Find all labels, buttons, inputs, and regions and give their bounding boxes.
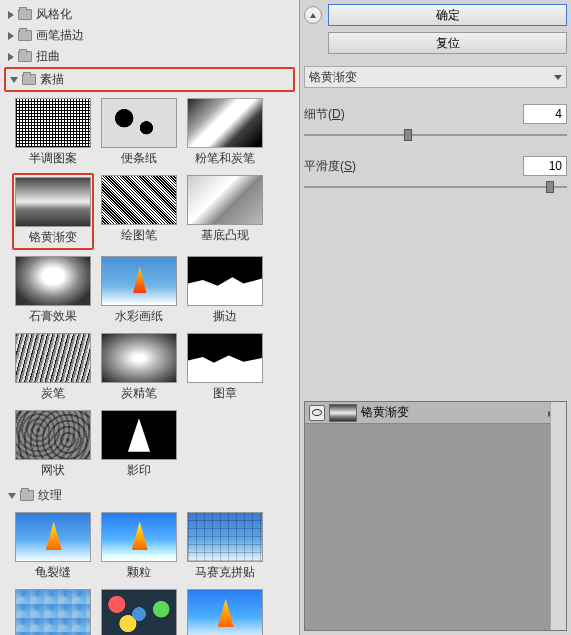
filter-gallery-left: 风格化 画笔描边 扭曲 素描 半调图案 便条纸 粉笔和炭笔 铬黄渐变 绘图笔 基… [0,0,300,635]
thumb-graphic-pen[interactable]: 绘图笔 [98,173,180,250]
smooth-slider[interactable] [304,180,567,194]
thumb-reticulation[interactable]: 网状 [12,408,94,481]
thumb-half-tone[interactable]: 半调图案 [12,96,94,169]
category-label: 画笔描边 [36,27,84,44]
dropdown-value: 铬黄渐变 [309,69,554,86]
thumb-stamp[interactable]: 图章 [184,331,266,404]
smooth-input[interactable] [523,156,567,176]
chevron-down-icon [554,75,562,80]
thumb-photocopy[interactable]: 影印 [98,408,180,481]
filter-settings-panel: 确定 复位 铬黄渐变 细节(D) 平滑度(S) 铬黄渐变 ▸ [300,0,571,635]
thumb-water-paper[interactable]: 水彩画纸 [98,254,180,327]
folder-icon [18,30,32,41]
thumb-bas-relief[interactable]: 基底凸现 [184,173,266,250]
thumb-plaster[interactable]: 石膏效果 [12,254,94,327]
category-label: 风格化 [36,6,72,23]
thumb-patchwork[interactable]: 拼缀图 [12,587,94,635]
expand-icon [8,53,14,61]
category-texture[interactable]: 纹理 [4,485,295,506]
category-label: 素描 [40,71,64,88]
thumb-charcoal[interactable]: 炭笔 [12,331,94,404]
param-detail-row: 细节(D) [304,104,567,124]
smooth-label: 平滑度(S) [304,158,374,175]
detail-input[interactable] [523,104,567,124]
thumb-torn-edges[interactable]: 撕边 [184,254,266,327]
thumb-chalk[interactable]: 粉笔和炭笔 [184,96,266,169]
folder-icon [18,9,32,20]
reset-button[interactable]: 复位 [328,32,567,54]
thumb-note-paper[interactable]: 便条纸 [98,96,180,169]
collapse-panel-button[interactable] [304,6,322,24]
category-distort[interactable]: 扭曲 [4,46,295,67]
thumb-mosaic[interactable]: 马赛克拼贴 [184,510,266,583]
category-label: 扭曲 [36,48,60,65]
folder-icon [18,51,32,62]
thumb-texturizer[interactable]: 纹理化 [184,587,266,635]
effect-layer-row[interactable]: 铬黄渐变 ▸ [305,402,566,424]
collapse-icon [10,77,18,83]
param-smooth-row: 平滑度(S) [304,156,567,176]
detail-slider[interactable] [304,128,567,142]
filter-select-dropdown[interactable]: 铬黄渐变 [304,66,567,88]
thumb-conte[interactable]: 炭精笔 [98,331,180,404]
expand-icon [8,11,14,19]
category-label: 纹理 [38,487,62,504]
effect-layers-panel: 铬黄渐变 ▸ [304,401,567,631]
category-brush[interactable]: 画笔描边 [4,25,295,46]
detail-label: 细节(D) [304,106,374,123]
category-sketch[interactable]: 素描 [4,67,295,92]
folder-icon [22,74,36,85]
layer-thumb-icon [329,404,357,422]
expand-icon [8,32,14,40]
scrollbar[interactable] [550,402,566,630]
ok-button[interactable]: 确定 [328,4,567,26]
folder-icon [20,490,34,501]
thumb-stained-glass[interactable]: 染色玻璃 [98,587,180,635]
thumb-craquelure[interactable]: 龟裂缝 [12,510,94,583]
thumb-chrome[interactable]: 铬黄渐变 [12,173,94,250]
visibility-eye-icon[interactable] [309,405,325,421]
category-stylize[interactable]: 风格化 [4,4,295,25]
collapse-icon [8,493,16,499]
sketch-thumbs: 半调图案 便条纸 粉笔和炭笔 铬黄渐变 绘图笔 基底凸现 石膏效果 水彩画纸 撕… [4,92,295,485]
thumb-grain[interactable]: 颗粒 [98,510,180,583]
texture-thumbs: 龟裂缝 颗粒 马赛克拼贴 拼缀图 染色玻璃 纹理化 [4,506,295,635]
layer-name: 铬黄渐变 [361,404,409,421]
